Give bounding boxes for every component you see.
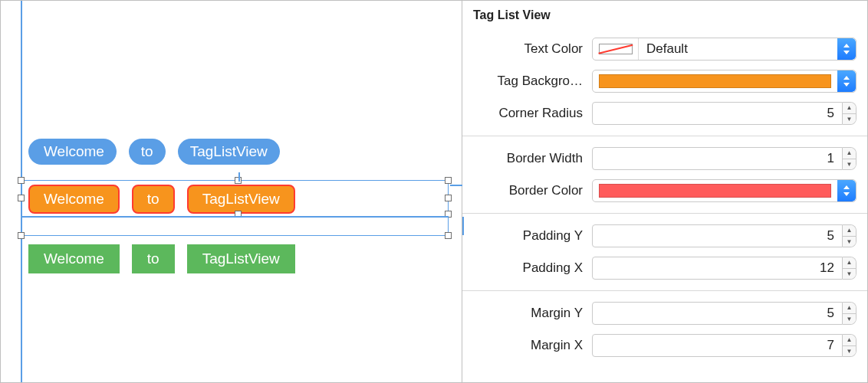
- chevron-down-icon[interactable]: ▼: [843, 159, 856, 170]
- label-corner-radius: Corner Radius: [473, 106, 592, 121]
- text-color-swatch[interactable]: [593, 38, 639, 60]
- constraint-line: [21, 216, 449, 218]
- border-width-stepper[interactable]: ▲ ▼: [843, 147, 856, 170]
- margin-y-input[interactable]: [592, 302, 843, 325]
- chevron-down-icon[interactable]: ▼: [843, 236, 856, 247]
- label-padding-y: Padding Y: [473, 228, 592, 244]
- text-color-value: Default: [639, 38, 837, 60]
- padding-x-stepper[interactable]: ▲ ▼: [843, 257, 856, 280]
- margin-y-stepper[interactable]: ▲ ▼: [843, 302, 856, 325]
- chevron-up-icon[interactable]: ▲: [843, 335, 856, 345]
- constraint-line: [462, 217, 464, 235]
- label-tag-background: Tag Backgro…: [473, 74, 592, 89]
- chevron-down-icon[interactable]: ▼: [843, 313, 856, 325]
- tag-background-colorwell[interactable]: [592, 70, 856, 93]
- tag: to: [132, 244, 175, 273]
- constraint-line: [238, 172, 240, 182]
- chevron-up-icon[interactable]: ▲: [843, 225, 856, 236]
- corner-radius-input[interactable]: [592, 102, 843, 125]
- color-swatch: [599, 184, 831, 198]
- guide-vertical: [21, 1, 22, 382]
- chevron-down-icon[interactable]: ▼: [843, 345, 856, 357]
- chevron-up-icon[interactable]: ▲: [843, 257, 856, 268]
- padding-x-input[interactable]: [592, 257, 843, 280]
- tag-row-orange[interactable]: Welcome to TagListView: [28, 185, 295, 214]
- constraint-line: [450, 185, 462, 186]
- label-border-color: Border Color: [473, 183, 592, 198]
- ib-canvas[interactable]: Welcome to TagListView Welcome to TagLis…: [1, 1, 462, 382]
- text-color-combo[interactable]: Default: [592, 38, 856, 61]
- border-color-colorwell[interactable]: [592, 179, 856, 202]
- chevron-up-icon[interactable]: ▲: [843, 303, 856, 313]
- chevron-up-down-icon[interactable]: [837, 38, 856, 60]
- padding-y-stepper[interactable]: ▲ ▼: [843, 224, 856, 247]
- label-padding-x: Padding X: [473, 260, 592, 276]
- tag: Welcome: [28, 244, 120, 273]
- corner-radius-stepper[interactable]: ▲ ▼: [843, 102, 856, 125]
- resize-handle[interactable]: [445, 195, 452, 201]
- resize-handle[interactable]: [445, 177, 452, 184]
- tag: TagListView: [187, 185, 295, 214]
- padding-y-input[interactable]: [592, 224, 843, 247]
- tag: TagListView: [178, 139, 280, 165]
- chevron-down-icon[interactable]: ▼: [843, 113, 856, 125]
- chevron-up-icon[interactable]: ▲: [843, 103, 856, 113]
- resize-handle[interactable]: [445, 232, 452, 239]
- tag-row-green: Welcome to TagListView: [28, 244, 295, 273]
- chevron-up-down-icon[interactable]: [837, 70, 856, 92]
- chevron-up-icon[interactable]: ▲: [843, 148, 856, 159]
- tag: TagListView: [187, 244, 295, 273]
- tag: to: [132, 185, 175, 214]
- margin-x-stepper[interactable]: ▲ ▼: [843, 334, 856, 357]
- tag-row-blue: Welcome to TagListView: [28, 139, 280, 165]
- chevron-down-icon[interactable]: ▼: [843, 268, 856, 280]
- chevron-up-down-icon[interactable]: [837, 180, 856, 201]
- border-width-input[interactable]: [592, 147, 843, 170]
- label-text-color: Text Color: [473, 41, 592, 57]
- label-margin-y: Margin Y: [473, 306, 592, 321]
- tag: Welcome: [28, 185, 120, 214]
- inspector-title: Tag List View: [462, 1, 867, 27]
- tag: to: [129, 139, 166, 165]
- inspector-panel: Tag List View Text Color Default: [462, 1, 867, 382]
- color-swatch: [599, 74, 831, 88]
- margin-x-input[interactable]: [592, 334, 843, 357]
- label-margin-x: Margin X: [473, 338, 592, 353]
- label-border-width: Border Width: [473, 151, 592, 166]
- tag: Welcome: [28, 139, 117, 165]
